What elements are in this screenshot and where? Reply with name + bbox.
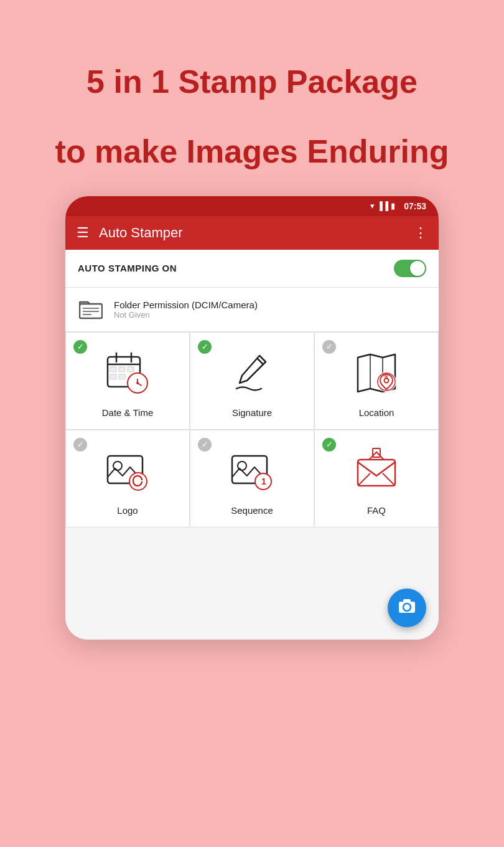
location-icon: N: [348, 345, 404, 401]
stamp-cell-faq[interactable]: ✓ FAQ: [314, 430, 439, 528]
signature-label: Signature: [232, 407, 272, 418]
svg-rect-8: [110, 367, 116, 372]
datetime-check: ✓: [73, 340, 87, 354]
folder-icon: [78, 296, 104, 323]
stamp-cell-sequence[interactable]: ✓ 1 Sequence: [190, 430, 314, 528]
svg-text:N: N: [385, 374, 388, 379]
faq-check: ✓: [322, 438, 336, 452]
hero-section: 5 in 1 Stamp Package to make Images Endu…: [6, 31, 499, 171]
svg-rect-32: [358, 460, 395, 486]
app-toolbar: ☰ Auto Stamper ⋮: [65, 216, 439, 250]
bottom-area: [65, 528, 439, 640]
stamp-cell-logo[interactable]: ✓ Logo: [65, 430, 190, 528]
location-label: Location: [359, 407, 394, 418]
auto-stamp-toggle[interactable]: [394, 260, 426, 277]
status-time: 07:53: [404, 201, 426, 211]
stamp-cell-datetime[interactable]: ✓ Date &: [65, 332, 190, 430]
hero-title-line2: to make Images Enduring: [30, 132, 474, 171]
logo-icon: [100, 443, 156, 499]
faq-icon: [348, 443, 404, 499]
svg-rect-10: [128, 367, 134, 372]
auto-stamp-label: AUTO STAMPING ON: [78, 263, 177, 273]
wifi-icon: ▾: [370, 201, 375, 211]
svg-line-34: [383, 473, 395, 486]
folder-text: Folder Permission (DCIM/Camera) Not Give…: [114, 300, 258, 319]
sequence-check: ✓: [198, 438, 212, 452]
toggle-knob: [410, 261, 425, 276]
phone-mockup: ▾ ▐▐ ▮ 07:53 ☰ Auto Stamper ⋮ AUTO STAMP…: [65, 196, 439, 640]
status-bar: ▾ ▐▐ ▮ 07:53: [65, 196, 439, 216]
faq-label: FAQ: [367, 505, 386, 516]
svg-rect-9: [119, 367, 125, 372]
sequence-label: Sequence: [231, 505, 273, 516]
camera-fab[interactable]: [388, 589, 426, 627]
svg-text:1: 1: [261, 476, 266, 486]
toolbar-title: Auto Stamper: [99, 225, 414, 241]
menu-icon[interactable]: ☰: [77, 225, 89, 241]
svg-rect-12: [119, 374, 125, 379]
logo-check: ✓: [73, 438, 87, 452]
battery-icon: ▮: [391, 201, 395, 211]
more-options-icon[interactable]: ⋮: [414, 225, 427, 241]
camera-fab-icon: [398, 597, 416, 618]
signal-icon: ▐▐: [377, 201, 388, 211]
location-check: ✓: [322, 340, 336, 354]
folder-permission-subtitle: Not Given: [114, 310, 258, 319]
signature-check: ✓: [198, 340, 212, 354]
sequence-icon: 1: [224, 443, 280, 499]
svg-rect-38: [403, 599, 411, 602]
logo-label: Logo: [117, 505, 138, 516]
svg-point-16: [136, 382, 139, 384]
svg-line-33: [358, 473, 370, 486]
stamp-cell-signature[interactable]: ✓ Signature: [190, 332, 314, 430]
signature-icon: [224, 345, 280, 401]
folder-permission-title: Folder Permission (DCIM/Camera): [114, 300, 258, 310]
stamp-cell-location[interactable]: ✓ N Location: [314, 332, 439, 430]
folder-permission-row[interactable]: Folder Permission (DCIM/Camera) Not Give…: [65, 288, 439, 332]
datetime-icon: [100, 345, 156, 401]
svg-rect-11: [110, 374, 116, 379]
hero-title-line1: 5 in 1 Stamp Package: [30, 62, 474, 101]
stamp-grid: ✓ Date &: [65, 332, 439, 528]
status-icons: ▾ ▐▐ ▮: [370, 201, 395, 211]
auto-stamp-row: AUTO STAMPING ON: [65, 250, 439, 288]
datetime-label: Date & Time: [102, 407, 154, 418]
